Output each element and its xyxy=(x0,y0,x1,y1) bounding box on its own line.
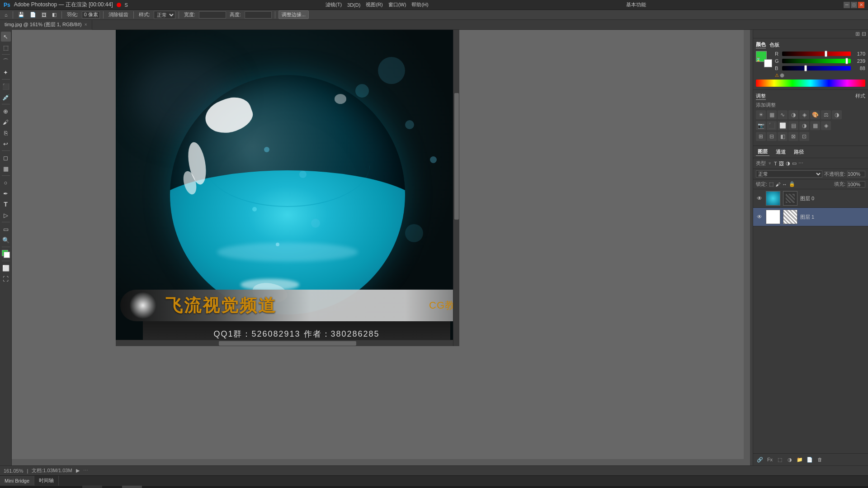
taskbar-app-1[interactable]: 🌐 xyxy=(62,486,82,488)
adj-vibrance[interactable]: ◈ xyxy=(799,110,809,119)
adj-posterize[interactable]: ▤ xyxy=(788,121,798,130)
toolbar-adjust-btn[interactable]: 调整边缘... xyxy=(278,10,309,19)
layer-new-icon[interactable]: 📄 xyxy=(806,455,814,464)
r-thumb[interactable] xyxy=(825,51,827,57)
search-icon[interactable]: 🔍 xyxy=(23,486,42,488)
tool-gradient[interactable]: ▦ xyxy=(1,164,11,174)
tool-pen[interactable]: ✒ xyxy=(1,188,11,198)
panel-icon-1[interactable]: ⊞ xyxy=(855,31,860,37)
layer-1-visibility[interactable]: 👁 xyxy=(756,213,763,221)
lock-move[interactable]: ↔ xyxy=(782,182,787,187)
toolbar-img[interactable]: 🖼 xyxy=(40,12,48,18)
adj-exposure[interactable]: ◑ xyxy=(788,110,798,119)
tool-crop[interactable]: ⬛ xyxy=(1,81,11,91)
layer-item-1[interactable]: 👁 图层 1 xyxy=(753,208,868,226)
taskbar-app-photoshop[interactable]: Ps xyxy=(122,486,142,488)
layer-delete-icon[interactable]: 🗑 xyxy=(816,455,824,464)
tool-clone[interactable]: ⎘ xyxy=(1,128,11,138)
layer-item-0[interactable]: 👁 图层 0 xyxy=(753,189,868,208)
tool-path[interactable]: ▷ xyxy=(1,210,11,220)
tool-brush[interactable]: 🖌 xyxy=(1,117,11,127)
adj-threshold[interactable]: ◑ xyxy=(799,121,809,130)
color-mode-indicator[interactable] xyxy=(780,73,784,78)
bg-color-swatch[interactable] xyxy=(764,59,772,67)
tool-zoom[interactable]: 🔍 xyxy=(1,235,11,245)
taskbar-app-record[interactable]: ⏺ xyxy=(182,486,202,488)
adj-levels[interactable]: ▦ xyxy=(767,110,777,119)
close-button[interactable]: ✕ xyxy=(858,2,864,8)
opacity-input[interactable] xyxy=(847,171,865,177)
taskbar-app-files[interactable]: 📁 xyxy=(202,486,222,488)
color-selector[interactable] xyxy=(2,250,10,258)
layer-folder-icon[interactable]: 📁 xyxy=(796,455,804,464)
adj-icon-extra-4[interactable]: ⊠ xyxy=(788,132,798,141)
toolbar-feather-input[interactable] xyxy=(82,11,100,19)
horizontal-scrollbar[interactable] xyxy=(116,340,459,346)
style-tab[interactable]: 样式 xyxy=(855,93,865,100)
toolbar-save[interactable]: 💾 xyxy=(16,11,26,18)
taskbar-app-3[interactable]: 🟢 xyxy=(102,486,122,488)
adj-icon-extra-2[interactable]: ⊟ xyxy=(767,132,777,141)
b-slider[interactable] xyxy=(782,66,851,70)
reset-colors[interactable]: ⌛ xyxy=(756,57,761,62)
layer-adj-icon[interactable]: ◑ xyxy=(786,455,794,464)
layer-mask-icon[interactable]: ⬚ xyxy=(776,455,784,464)
adj-colorbalance[interactable]: ⚖ xyxy=(821,110,831,119)
tab-close[interactable]: × xyxy=(85,22,87,27)
fill-input[interactable] xyxy=(847,181,865,188)
toolbar-height-input[interactable] xyxy=(245,11,272,19)
lock-transparent[interactable]: ⬚ xyxy=(769,181,774,187)
task-view-icon[interactable]: ⬛ xyxy=(42,486,62,488)
toolbar-layers[interactable]: ◧ xyxy=(50,11,58,18)
menu-help[interactable]: 帮助(H) xyxy=(411,1,428,8)
channels-tab[interactable]: 通道 xyxy=(774,148,788,156)
tool-screen-mode[interactable]: ⛶ xyxy=(1,274,11,284)
color-spectrum[interactable] xyxy=(756,80,865,87)
minibridge-tab[interactable]: Mini Bridge xyxy=(0,476,34,486)
tool-lasso[interactable]: ⌒ xyxy=(1,56,11,66)
tool-shape[interactable]: ▭ xyxy=(1,224,11,234)
adj-bw[interactable]: ◑ xyxy=(832,110,842,119)
toolbar-home[interactable]: ⌂ xyxy=(3,12,9,18)
layers-tab[interactable]: 图层 xyxy=(756,148,769,156)
status-play[interactable]: ▶ xyxy=(76,468,80,474)
swatches-tab[interactable]: 色板 xyxy=(769,42,779,48)
blend-mode-select[interactable]: 正常 xyxy=(756,170,822,178)
adj-invert[interactable]: ⬜ xyxy=(778,121,788,130)
window-controls[interactable]: ─ □ ✕ xyxy=(844,2,864,8)
maximize-button[interactable]: □ xyxy=(851,2,857,8)
tool-mask-mode[interactable]: ⬜ xyxy=(1,263,11,273)
adj-icon-extra-1[interactable]: ⊞ xyxy=(756,132,766,141)
taskbar-app-premiere[interactable]: Pr xyxy=(142,486,162,488)
tool-text[interactable]: T xyxy=(1,199,11,209)
taskbar-app-2[interactable]: 🔵 xyxy=(82,486,102,488)
background-color[interactable] xyxy=(4,252,10,258)
tab-timg[interactable]: timg.jpg @ 161% (图层 1, RGB/8#) × xyxy=(0,20,92,30)
layer-0-visibility[interactable]: 👁 xyxy=(756,195,763,202)
tool-marquee[interactable]: ⬚ xyxy=(1,42,11,52)
g-thumb[interactable] xyxy=(845,58,848,64)
adj-gradient-map[interactable]: ▦ xyxy=(810,121,820,130)
color-swatches[interactable]: ⌛ xyxy=(756,51,772,67)
tool-heal[interactable]: ⊕ xyxy=(1,106,11,116)
toolbar-width-input[interactable] xyxy=(199,11,226,19)
adj-curves[interactable]: ∿ xyxy=(778,110,788,119)
layer-link-icon[interactable]: 🔗 xyxy=(756,455,764,464)
adj-selective[interactable]: ◈ xyxy=(821,121,831,130)
tool-eyedropper[interactable]: 💉 xyxy=(1,92,11,102)
taskbar-app-ae[interactable]: Ae xyxy=(162,486,182,488)
timeline-tab[interactable]: 时间轴 xyxy=(34,476,59,486)
r-slider[interactable] xyxy=(782,52,851,56)
layer-fx-icon[interactable]: Fx xyxy=(766,455,774,464)
paths-tab[interactable]: 路径 xyxy=(792,148,806,156)
adj-tab[interactable]: 调整 xyxy=(756,93,766,100)
tool-dodge[interactable]: ○ xyxy=(1,178,11,188)
menu-view[interactable]: 视图(R) xyxy=(366,1,382,8)
start-button[interactable] xyxy=(0,486,23,488)
menu-filter[interactable]: 滤镜(T) xyxy=(326,1,342,8)
adj-icon-extra-3[interactable]: ◧ xyxy=(778,132,788,141)
minimize-button[interactable]: ─ xyxy=(844,2,850,8)
tool-move[interactable]: ↖ xyxy=(1,32,11,42)
toolbar-style-select[interactable]: 正常 xyxy=(154,11,175,19)
lock-all[interactable]: 🔒 xyxy=(789,181,795,187)
